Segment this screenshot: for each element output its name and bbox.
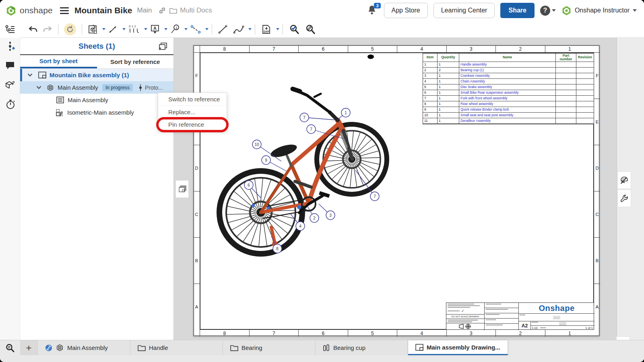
dimension-button[interactable] bbox=[108, 25, 118, 34]
palette-brush-icon bbox=[619, 175, 629, 185]
menu-item-pin-reference[interactable]: Pin reference bbox=[158, 118, 227, 130]
title-placeholder: .... bbox=[553, 316, 561, 319]
menu-item-replace[interactable]: Replace... bbox=[158, 105, 227, 118]
appearance-panel-button[interactable] bbox=[617, 171, 631, 189]
bom-cell bbox=[576, 68, 594, 73]
add-tab-button[interactable]: + bbox=[20, 340, 38, 355]
link-icon[interactable] bbox=[158, 6, 166, 14]
tab-bearing[interactable]: Bearing bbox=[223, 340, 316, 355]
bom-name-cell: Small seat and seat post assembly bbox=[459, 113, 556, 118]
bom-cell: 1 bbox=[438, 90, 459, 96]
export-dropdown[interactable] bbox=[276, 28, 279, 30]
chevron-down-icon[interactable] bbox=[27, 73, 33, 77]
tab-main-assembly-drawing[interactable]: Main assembly Drawing... bbox=[408, 340, 508, 355]
comments-panel-icon[interactable] bbox=[5, 60, 15, 71]
document-tabs-bar: + Main Assembly Handle Bearing bbox=[0, 340, 644, 362]
bom-cell bbox=[556, 107, 576, 113]
chevron-down-icon[interactable] bbox=[36, 86, 41, 89]
bom-table[interactable]: ItemQuantityNamePart numberRevision11Han… bbox=[423, 53, 594, 124]
versions-panel-icon[interactable] bbox=[5, 41, 15, 51]
dimension-dropdown[interactable] bbox=[122, 28, 126, 30]
title-block-brand: Onshape bbox=[539, 304, 574, 313]
sheets-panel-header: Sheets (1) bbox=[20, 38, 173, 55]
drawing-canvas-area[interactable]: 87654321 87654321 FEDCBA FEDCBA bbox=[174, 38, 617, 340]
tab-sort-by-reference[interactable]: Sort by reference bbox=[97, 55, 174, 68]
add-sheet-icon[interactable] bbox=[158, 42, 168, 51]
tab-sort-by-sheet[interactable]: Sort by sheet bbox=[20, 55, 97, 68]
centerline-button[interactable] bbox=[190, 25, 201, 34]
tab-label: Bearing bbox=[242, 344, 262, 351]
sheet-thumbnails-button[interactable] bbox=[175, 180, 189, 198]
insert-view-dropdown[interactable] bbox=[102, 28, 105, 30]
svg-text:A: A bbox=[153, 26, 157, 31]
hamburger-menu-icon[interactable] bbox=[60, 6, 69, 16]
note-dropdown[interactable] bbox=[164, 28, 167, 30]
bom-cell bbox=[556, 79, 576, 84]
toolbar-separator bbox=[82, 24, 82, 35]
check-drawing-button[interactable] bbox=[289, 24, 300, 35]
line-tool-button[interactable] bbox=[218, 25, 228, 34]
centerline-dropdown[interactable] bbox=[205, 28, 208, 30]
tab-search-button[interactable] bbox=[0, 340, 20, 355]
tools-panel-button[interactable] bbox=[617, 189, 631, 207]
bom-cell: 10 bbox=[423, 113, 438, 118]
ordinate-dropdown[interactable] bbox=[144, 28, 147, 30]
drawing-sheet[interactable]: 87654321 87654321 FEDCBA FEDCBA bbox=[193, 45, 600, 336]
spline-tool-button[interactable] bbox=[233, 25, 244, 34]
selection-bar bbox=[20, 69, 22, 81]
bom-cell bbox=[556, 68, 576, 73]
bom-cell: 11 bbox=[423, 118, 438, 124]
redo-button[interactable] bbox=[43, 25, 52, 34]
drawing-toolbar: 0 1 2 A 1 DXF bbox=[20, 21, 644, 38]
review-drawing-button[interactable] bbox=[305, 24, 316, 35]
document-panel-strip: ? bbox=[0, 38, 20, 340]
balloon-button[interactable]: 1 bbox=[170, 24, 180, 35]
folder-breadcrumb[interactable]: Multi Docs bbox=[169, 6, 212, 14]
bom-name-cell: Chain Assembly bbox=[459, 79, 556, 84]
workspace-name[interactable]: Main bbox=[137, 6, 152, 14]
isometric-view-icon bbox=[56, 109, 64, 117]
notifications-button[interactable]: 3 bbox=[367, 4, 378, 16]
tab-main-assembly[interactable]: Main Assembly bbox=[38, 340, 130, 355]
update-views-button[interactable] bbox=[64, 23, 76, 35]
learning-center-button[interactable]: Learning Center bbox=[433, 3, 495, 18]
spline-dropdown[interactable] bbox=[248, 28, 252, 30]
toolbar-separator bbox=[58, 24, 58, 35]
bom-cell bbox=[556, 101, 576, 107]
tree-row-sheet[interactable]: Mountain Bike assembly (1) bbox=[20, 69, 173, 81]
logo-wordmark: onshape bbox=[20, 6, 53, 15]
menu-item-switch-to-reference[interactable]: Switch to reference bbox=[158, 93, 227, 105]
user-avatar-icon bbox=[561, 6, 572, 16]
tree-row-view-main[interactable]: Main Assembly bbox=[20, 94, 173, 106]
history-timer-panel-icon[interactable] bbox=[5, 99, 15, 109]
ordinate-dimension-button[interactable]: 0 1 2 bbox=[128, 24, 140, 35]
tree-row-reference-selected[interactable]: Main Assembly In progress Proto... bbox=[20, 81, 173, 94]
export-dxf-button[interactable]: DXF bbox=[261, 24, 272, 35]
sheet-mark-dot bbox=[367, 55, 374, 59]
header-right-group: 3 App Store Learning Center Share ? Onsh… bbox=[367, 3, 644, 18]
bom-cell bbox=[576, 73, 594, 79]
onshape-logo[interactable]: onshape bbox=[0, 5, 53, 16]
share-button[interactable]: Share bbox=[500, 3, 534, 18]
app-store-button[interactable]: App Store bbox=[384, 3, 428, 18]
bom-name-cell: Crankset Assembly bbox=[459, 73, 556, 79]
user-name: Onshape Instructor bbox=[575, 7, 630, 14]
note-button[interactable]: A bbox=[150, 24, 160, 35]
sheets-tree-toggle-button[interactable] bbox=[0, 21, 20, 38]
tab-handle[interactable]: Handle bbox=[130, 340, 223, 355]
part-studio-icon bbox=[323, 344, 330, 352]
tree-row-view-isometric[interactable]: Isometric-Main assembly bbox=[20, 106, 173, 119]
balloon-dropdown[interactable] bbox=[184, 28, 188, 30]
bom-cell: 1 bbox=[438, 107, 459, 113]
balloon-number: 8 bbox=[276, 247, 279, 251]
balloon-number: 6 bbox=[248, 183, 250, 187]
user-account-menu[interactable]: Onshape Instructor bbox=[561, 6, 637, 16]
parts-help-panel-icon[interactable]: ? bbox=[4, 80, 16, 90]
bom-cell bbox=[576, 79, 594, 84]
sheets-panel: Sheets (1) Sort by sheet Sort by referen… bbox=[20, 38, 174, 340]
tab-bearing-cup[interactable]: Bearing cup bbox=[316, 340, 408, 355]
undo-button[interactable] bbox=[28, 25, 38, 34]
help-menu[interactable]: ? bbox=[540, 6, 556, 16]
insert-view-button[interactable] bbox=[88, 24, 98, 35]
bom-cell: 1 bbox=[438, 96, 459, 101]
